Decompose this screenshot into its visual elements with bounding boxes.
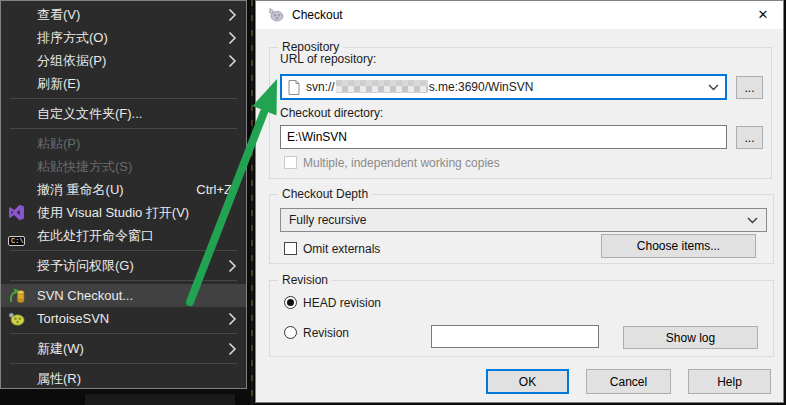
- menu-item-svn-checkout[interactable]: SVN Checkout...: [1, 284, 246, 307]
- chevron-right-icon: [228, 54, 237, 68]
- menu-separator: [10, 333, 237, 334]
- menu-item-label: 粘贴(P): [37, 136, 80, 151]
- menu-item-paste: 粘贴(P): [1, 132, 246, 155]
- checkout-depth-select[interactable]: Fully recursive: [280, 208, 767, 232]
- menu-item-customize-folder[interactable]: 自定义文件夹(F)...: [1, 102, 246, 125]
- menu-separator: [10, 128, 237, 129]
- menu-shortcut: Ctrl+Z: [196, 178, 232, 201]
- multiple-working-copies-label: Multiple, independent working copies: [303, 156, 500, 170]
- url-browse-button[interactable]: ...: [736, 76, 763, 99]
- url-of-repository-label: URL of repository:: [280, 52, 376, 66]
- chevron-right-icon: [228, 342, 237, 356]
- cmd-prompt-icon: C:\: [8, 227, 25, 244]
- revision-label: Revision: [303, 326, 349, 340]
- chevron-down-icon: [747, 217, 758, 224]
- show-log-button[interactable]: Show log: [623, 326, 758, 349]
- menu-item-label: 查看(V): [37, 7, 80, 22]
- context-menu: 查看(V) 排序方式(O) 分组依据(P) 刷新(E) 自定义文件夹(F)...…: [0, 0, 247, 389]
- repository-url-value: svn://s.me:3690/WinSVN: [306, 80, 533, 94]
- head-revision-label: HEAD revision: [303, 296, 381, 310]
- close-icon[interactable]: ✕: [751, 5, 775, 25]
- chevron-right-icon: [228, 312, 237, 326]
- revision-number-input[interactable]: [431, 325, 599, 348]
- omit-externals-checkbox[interactable]: [284, 242, 297, 255]
- group-label-checkout-depth: Checkout Depth: [278, 187, 372, 201]
- tortoisesvn-icon: [8, 310, 25, 327]
- menu-item-open-cmd-here[interactable]: C:\ 在此处打开命令窗口: [1, 224, 246, 247]
- chevron-down-icon[interactable]: [708, 84, 719, 91]
- menu-item-undo-rename[interactable]: 撤消 重命名(U) Ctrl+Z: [1, 178, 246, 201]
- directory-browse-button[interactable]: ...: [736, 126, 763, 149]
- choose-items-button[interactable]: Choose items...: [601, 234, 756, 258]
- checkout-directory-label: Checkout directory:: [280, 106, 383, 120]
- menu-item-view[interactable]: 查看(V): [1, 3, 246, 26]
- ok-button[interactable]: OK: [486, 369, 569, 394]
- menu-item-give-access[interactable]: 授予访问权限(G): [1, 254, 246, 277]
- url-suffix: s.me:3690/WinSVN: [429, 80, 534, 94]
- desktop-fragment-line: [251, 0, 253, 405]
- help-button[interactable]: Help: [688, 369, 771, 394]
- repository-url-combobox[interactable]: svn://s.me:3690/WinSVN: [280, 74, 727, 100]
- menu-separator: [10, 98, 237, 99]
- desktop-fragment: [85, 394, 235, 405]
- menu-item-tortoisesvn[interactable]: TortoiseSVN: [1, 307, 246, 330]
- multiple-working-copies-checkbox: [284, 156, 297, 169]
- menu-item-label: 属性(R): [37, 371, 81, 386]
- chevron-right-icon: [228, 31, 237, 45]
- menu-item-new[interactable]: 新建(W): [1, 337, 246, 360]
- chevron-right-icon: [228, 259, 237, 273]
- menu-item-label: 在此处打开命令窗口: [37, 228, 154, 243]
- screenshot-stage: 查看(V) 排序方式(O) 分组依据(P) 刷新(E) 自定义文件夹(F)...…: [0, 0, 786, 405]
- redacted-url-segment: [336, 80, 428, 93]
- menu-separator: [10, 250, 237, 251]
- dialog-titlebar[interactable]: Checkout ✕: [256, 1, 783, 29]
- menu-separator: [10, 363, 237, 364]
- menu-item-label: 刷新(E): [37, 76, 80, 91]
- menu-item-refresh[interactable]: 刷新(E): [1, 72, 246, 95]
- group-label-revision: Revision: [278, 273, 332, 287]
- checkout-dialog: Checkout ✕ Repository URL of repository:…: [255, 0, 784, 403]
- menu-item-paste-shortcut: 粘贴快捷方式(S): [1, 155, 246, 178]
- cancel-button[interactable]: Cancel: [586, 369, 671, 394]
- menu-item-properties[interactable]: 属性(R): [1, 367, 246, 390]
- visual-studio-icon: [8, 204, 25, 221]
- chevron-right-icon: [228, 8, 237, 22]
- menu-item-label: 使用 Visual Studio 打开(V): [37, 205, 189, 220]
- menu-item-sort-by[interactable]: 排序方式(O): [1, 26, 246, 49]
- menu-item-label: 分组依据(P): [37, 53, 106, 68]
- checkout-directory-input[interactable]: [280, 125, 727, 149]
- head-revision-radio[interactable]: [284, 296, 297, 309]
- url-prefix: svn://: [306, 80, 335, 94]
- omit-externals-label: Omit externals: [303, 242, 380, 256]
- checkout-depth-value: Fully recursive: [289, 213, 366, 227]
- menu-item-label: 授予访问权限(G): [37, 258, 134, 273]
- menu-separator: [10, 280, 237, 281]
- document-icon: [288, 80, 300, 95]
- menu-item-label: 撤消 重命名(U): [37, 182, 124, 197]
- menu-item-open-visual-studio[interactable]: 使用 Visual Studio 打开(V): [1, 201, 246, 224]
- revision-radio[interactable]: [284, 326, 297, 339]
- svn-checkout-icon: [8, 287, 25, 304]
- menu-item-label: 新建(W): [37, 341, 84, 356]
- menu-item-label: 粘贴快捷方式(S): [37, 159, 132, 174]
- menu-item-group-by[interactable]: 分组依据(P): [1, 49, 246, 72]
- menu-item-label: 自定义文件夹(F)...: [37, 106, 142, 121]
- menu-item-label: SVN Checkout...: [37, 288, 133, 303]
- tortoise-dialog-icon: [268, 7, 284, 26]
- menu-item-label: 排序方式(O): [37, 30, 108, 45]
- dialog-title: Checkout: [292, 8, 343, 22]
- menu-item-label: TortoiseSVN: [37, 311, 109, 326]
